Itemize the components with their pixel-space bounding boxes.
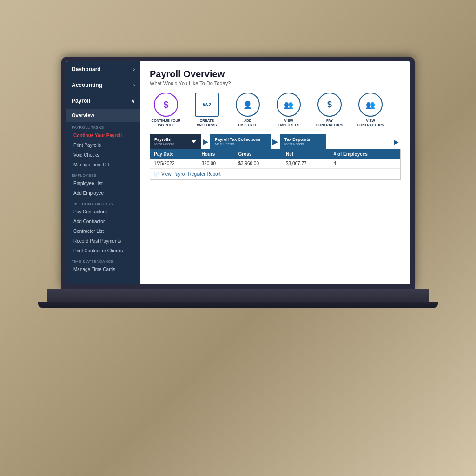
report-doc-icon: 📄: [154, 172, 159, 177]
col-pay-date: Pay Date: [150, 149, 198, 159]
tab-tax-collections[interactable]: Payroll Tax Collections Most Recent: [210, 134, 271, 149]
sidebar-link-contractor-list[interactable]: Contractor List: [66, 226, 140, 236]
data-table-section: Payrolls Most Recent ▶ Payroll Tax Colle…: [150, 134, 401, 180]
sidebar-link-pay-contractors[interactable]: Pay Contractors: [66, 207, 140, 217]
page-subtitle: What Would You Like To Do Today?: [150, 80, 401, 86]
cell-hours: 320.00: [198, 159, 235, 168]
add-employee-icon: 👤: [236, 93, 260, 117]
col-employees: # of Employees: [330, 149, 400, 159]
nav-arrow-right-icon[interactable]: ▶: [326, 138, 401, 145]
sidebar-link-print-contractor-checks[interactable]: Print Contractor Checks: [66, 246, 140, 256]
pay-contractors-label: PAYCONTRACTORS: [316, 119, 343, 127]
cell-pay-date: 1/25/2022: [150, 159, 198, 168]
create-w2-icon: W-2: [195, 93, 219, 117]
sidebar-item-dashboard[interactable]: Dashboard ›: [66, 61, 140, 77]
sidebar-link-add-employee[interactable]: Add Employee: [66, 188, 140, 198]
pay-contractors-icon: $: [317, 93, 342, 117]
view-employees-icon: 👥: [277, 93, 301, 117]
action-pay-contractors[interactable]: $ PAYCONTRACTORS: [313, 93, 346, 127]
quick-actions-row: $ CONTINUE YOURPAYROLL W-2 CREATEW-2 FOR…: [150, 93, 401, 127]
sidebar-link-employee-list[interactable]: Employee List: [66, 178, 140, 188]
tab-tax-collections-sub: Most Recent: [215, 142, 266, 146]
action-add-employee[interactable]: 👤 ADDEMPLOYEE: [231, 93, 264, 127]
payroll-table: Pay Date Hours Gross Net # of Employees …: [150, 149, 400, 168]
view-contractors-label: VIEWCONTRACTORS: [357, 119, 384, 127]
laptop-base: [47, 289, 429, 303]
col-gross: Gross: [234, 149, 282, 159]
cell-gross: $3,960.00: [234, 159, 282, 168]
sidebar-link-record-past-payments[interactable]: Record Past Payments: [66, 236, 140, 246]
table-row: 1/25/2022 320.00 $3,960.00 $3,067.77 4: [150, 159, 400, 168]
sidebar-section-time-attendance: TIME & ATTENDANCE: [66, 256, 140, 264]
sidebar-link-manage-time-cards[interactable]: Manage Time Cards: [66, 264, 140, 274]
page-title: Payroll Overview: [150, 69, 401, 79]
action-view-contractors[interactable]: 👥 VIEWCONTRACTORS: [354, 93, 387, 127]
sidebar-link-add-contractor[interactable]: Add Contractor: [66, 217, 140, 226]
dropdown-arrow-icon: [192, 140, 196, 143]
tab-payrolls-sub: Most Recent: [154, 142, 174, 146]
sidebar-section-payroll-tasks: PAYROLL TASKS: [66, 122, 140, 131]
continue-payroll-label: CONTINUE YOURPAYROLL: [152, 119, 181, 127]
action-create-w2[interactable]: W-2 CREATEW-2 FORMS: [191, 93, 223, 127]
col-hours: Hours: [198, 149, 235, 159]
sidebar-active-item-overview[interactable]: Overview: [66, 109, 140, 122]
tab-tax-deposits[interactable]: Tax Deposits Most Recent: [280, 134, 326, 149]
action-view-employees[interactable]: 👥 VIEWEMPLOYEES: [272, 93, 305, 127]
sidebar-link-void-checks[interactable]: Void Checks: [66, 150, 140, 160]
view-report-link[interactable]: 📄 View Payroll Register Report: [150, 168, 400, 179]
chevron-right-icon: ›: [133, 83, 135, 88]
sidebar-item-payroll[interactable]: Payroll ∨: [66, 93, 140, 109]
add-employee-label: ADDEMPLOYEE: [238, 119, 258, 127]
sidebar-section-contractors: 1099 CONTRACTORS: [66, 198, 140, 207]
sidebar-link-manage-time-off[interactable]: Manage Time Off: [66, 160, 140, 170]
sidebar: Dashboard › Accounting › Payroll ∨ Overv…: [66, 61, 140, 284]
view-contractors-icon: 👥: [358, 93, 383, 117]
col-net: Net: [282, 149, 330, 159]
sidebar-item-accounting[interactable]: Accounting ›: [66, 77, 140, 93]
continue-payroll-icon: $: [154, 93, 178, 117]
cell-net: $3,067.77: [282, 159, 330, 168]
tab-separator-arrow: ▶: [201, 137, 210, 146]
tab-separator-arrow2: ▶: [271, 137, 280, 146]
tab-tax-deposits-sub: Most Recent: [284, 142, 322, 146]
sidebar-section-employees: EMPLOYEES: [66, 170, 140, 178]
view-employees-label: VIEWEMPLOYEES: [278, 119, 300, 127]
sidebar-link-print-payrolls[interactable]: Print Payrolls: [66, 140, 140, 150]
chevron-down-icon: ∨: [132, 99, 135, 104]
sidebar-link-continue-payroll[interactable]: Continue Your Payroll: [66, 131, 140, 140]
laptop-base-bottom: [38, 302, 438, 308]
payroll-table-wrapper: Pay Date Hours Gross Net # of Employees …: [150, 149, 401, 180]
create-w2-label: CREATEW-2 FORMS: [197, 119, 217, 127]
cell-employees: 4: [330, 159, 400, 168]
main-content: Payroll Overview What Would You Like To …: [140, 61, 410, 284]
chevron-right-icon: ›: [133, 67, 135, 72]
action-continue-payroll[interactable]: $ CONTINUE YOURPAYROLL: [150, 93, 182, 127]
tab-payrolls[interactable]: Payrolls Most Recent: [150, 134, 201, 149]
